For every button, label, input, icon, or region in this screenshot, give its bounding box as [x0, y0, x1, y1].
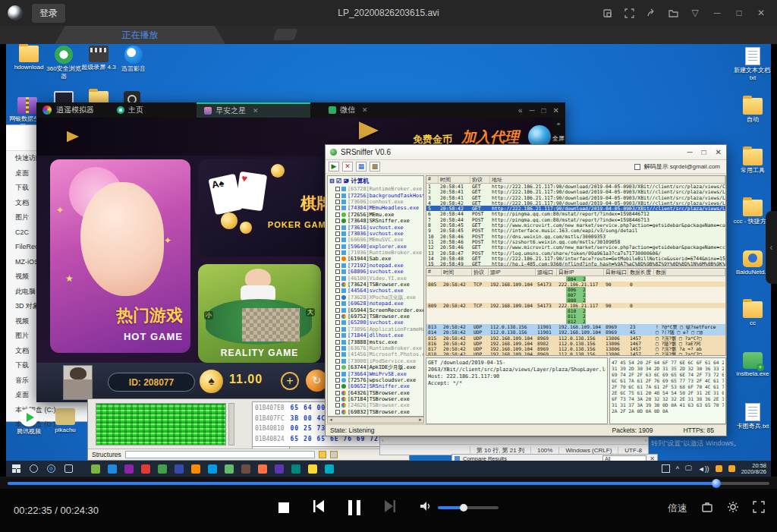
save-icon[interactable] [330, 451, 338, 458]
desktop-icon[interactable]: 360安全浏览器 [44, 46, 83, 80]
http-row[interactable]: 6 20:58:44 POST http://pingma.qq.com:80/… [426, 211, 725, 216]
process-row[interactable]: [65944]ScreenRecorder.exe [328, 307, 423, 313]
filter-button[interactable]: ▦ [356, 162, 366, 172]
desktop-icon[interactable]: 迅雷影音 [114, 46, 153, 73]
process-row[interactable]: [73616]svchost.exe [328, 224, 423, 230]
open-folder-icon[interactable] [319, 451, 326, 458]
login-button[interactable]: 登录 [32, 4, 65, 23]
process-row[interactable]: [59640]explorer.exe [328, 244, 423, 250]
search-icon[interactable] [30, 464, 38, 473]
http-row[interactable]: 3 20:58:41 GET http://222.186.21.117:90/… [426, 195, 725, 200]
http-row[interactable]: 1 20:58:41 GET http://222.186.21.117:90/… [426, 184, 725, 189]
packet-row[interactable]: 805 20:58:42 TCP 192.168.109.104 54173 2… [426, 282, 725, 287]
taskbar-app-icon[interactable] [308, 464, 317, 474]
process-row[interactable]: [46100]Video.YI.exe [328, 275, 423, 281]
process-row[interactable]: [69696]MEmuSVC.exe [328, 237, 423, 243]
packet-row[interactable]: 818 20:58:42 UDP 192.168.109.104 8969 11… [426, 351, 725, 356]
emulator-close-button[interactable]: ✕ [553, 106, 559, 115]
start-capture-button[interactable]: ▶ [329, 162, 339, 172]
process-row[interactable]: [72192]notepad.exe [328, 263, 423, 269]
dropdown-icon[interactable]: ▽ [690, 8, 700, 18]
sniffer-close-button[interactable]: ✕ [716, 148, 722, 156]
close-tab-icon[interactable]: ✕ [362, 106, 368, 114]
process-checkbox[interactable] [335, 225, 340, 230]
process-checkbox[interactable] [335, 219, 340, 223]
process-row[interactable]: [71936]RuntimeBroker.exe [328, 250, 423, 256]
process-checkbox[interactable] [335, 314, 340, 319]
add-coins-button[interactable]: + [281, 372, 299, 390]
http-row[interactable]: 12 20:58:46 GET http://www.microvirt.com… [426, 244, 725, 250]
packet-row[interactable]: 806 20:58:42 TCP 222.186.21.117 90 192.1… [566, 287, 586, 292]
taskbar-app-icon[interactable] [325, 464, 334, 474]
emulator-tab-game[interactable]: 早安之星 ✕ [197, 102, 310, 118]
process-checkbox[interactable] [335, 301, 340, 306]
emulator-collapse-icon[interactable]: « [518, 106, 523, 115]
process-checkbox[interactable] [335, 250, 340, 255]
packet-row[interactable]: 807 20:58:42 TCP 222.186.21.117 90 192.1… [566, 292, 586, 297]
desktop-icon[interactable]: 腾讯视频 [9, 408, 49, 436]
process-row[interactable]: [24626]TSBrowser.exe [328, 402, 423, 408]
process-row[interactable]: [73696]conhost.exe [328, 199, 423, 205]
maximize-button[interactable]: □ [734, 8, 744, 18]
taskbar-app-icon[interactable] [291, 464, 300, 474]
volume-thumb[interactable] [460, 504, 467, 512]
process-checkbox[interactable] [335, 257, 340, 261]
next-button[interactable] [383, 499, 397, 516]
desktop-icon[interactable]: 自动 [733, 98, 771, 124]
http-row[interactable]: 8 20:58:45 GET http://www.microvirt.com/… [426, 222, 725, 228]
process-checkbox[interactable] [335, 276, 340, 281]
stop-button[interactable] [278, 502, 289, 513]
process-row[interactable]: [41456]Microsoft.Photos.exe [328, 351, 423, 357]
process-checkbox[interactable] [335, 384, 340, 389]
process-checkbox[interactable] [335, 308, 340, 313]
http-row[interactable]: 15 20:58:49 GET http://hq.i-485.com:9360… [426, 261, 725, 266]
http-row[interactable]: 2 20:58:41 GET http://222.186.21.117:90/… [426, 189, 725, 194]
process-checkbox[interactable] [335, 194, 340, 198]
taskbar-app-icon[interactable] [91, 464, 100, 474]
taskbar-clock[interactable]: 20:58 2020/8/26 [741, 463, 766, 475]
fullscreen-icon[interactable] [753, 501, 765, 516]
horizontal-scrollbar[interactable]: ‹› [380, 437, 648, 445]
process-row[interactable]: [73628]XPocha汉化版.exe [328, 294, 423, 301]
volume-icon[interactable]: ◄)) [698, 465, 709, 473]
task-view-icon[interactable] [64, 464, 73, 473]
close-button[interactable]: ✕ [756, 8, 766, 18]
process-checkbox[interactable] [335, 288, 340, 293]
seek-bar[interactable] [8, 482, 769, 485]
process-row[interactable]: [73648]SRSniffer.exe [328, 218, 423, 224]
desktop-icon[interactable]: pikachu [46, 408, 85, 434]
tab-stub[interactable] [273, 29, 298, 40]
desktop-icon[interactable]: 超级录屏 4.3 [79, 46, 118, 71]
process-checkbox[interactable] [335, 352, 340, 357]
http-row[interactable]: 4 20:58:42 GET http://222.186.21.117:90/… [426, 200, 725, 206]
process-checkbox[interactable] [335, 333, 340, 338]
process-checkbox[interactable] [335, 327, 340, 332]
process-checkbox[interactable] [335, 269, 340, 274]
share-icon[interactable] [646, 8, 656, 18]
taskbar-app-icon[interactable] [108, 464, 117, 474]
clear-button[interactable]: ✕ [342, 162, 353, 172]
http-row[interactable]: 10 20:58:46 POST http://dns.weixin.qq.co… [426, 234, 725, 239]
volume-slider[interactable] [438, 506, 499, 509]
process-checkbox[interactable] [335, 403, 340, 408]
http-row[interactable]: 5 20:58:42 GET http://222.186.21.117:90/… [426, 206, 725, 211]
process-checkbox[interactable] [335, 238, 340, 242]
emulator-maximize-button[interactable]: □ [542, 106, 546, 115]
process-row[interactable]: [44564]svchost.exe [328, 288, 423, 294]
process-row[interactable]: [63744]ApkIDE少月版.exe [328, 364, 423, 370]
process-checkbox[interactable] [335, 365, 340, 370]
tab-now-playing[interactable]: 正在播放 [55, 26, 225, 44]
tray-app-icon[interactable] [716, 465, 722, 472]
taskbar-app-icon[interactable] [124, 464, 134, 474]
process-checkbox[interactable] [335, 212, 340, 217]
fullscreen-label[interactable]: 全屏 [552, 135, 565, 142]
snapshot-icon[interactable] [624, 8, 634, 18]
process-row[interactable]: [73896]ApplicationFrameHost.exe [328, 326, 423, 332]
speed-button[interactable]: 倍速 [668, 502, 687, 515]
taskbar-app-icon[interactable] [225, 464, 234, 474]
ime-icon[interactable] [662, 464, 670, 473]
tree-root[interactable]: ⊟ ☑ 🖳 计算机 [328, 176, 423, 186]
process-row[interactable]: [64326]TSBrowser.exe [328, 390, 423, 396]
process-row[interactable]: [73624]TSBrowser.exe [328, 282, 423, 288]
taskbar-app-icon[interactable] [191, 464, 200, 474]
